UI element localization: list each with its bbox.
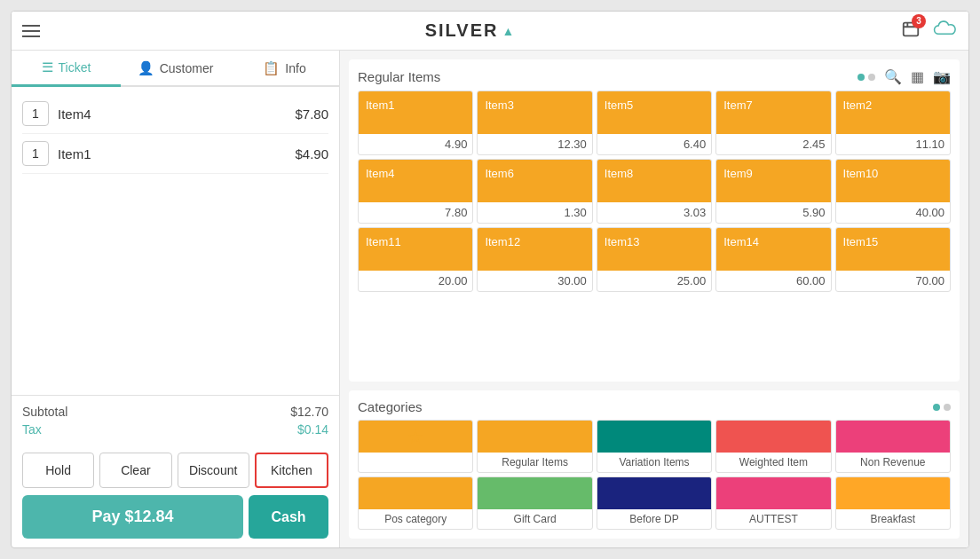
categories-grid: ★ Regular Items Variation Items W — [358, 420, 951, 530]
ticket-row[interactable]: 1 Item4 $7.80 — [22, 94, 328, 134]
cloud-sync-icon[interactable] — [933, 19, 958, 43]
category-card-regular-items[interactable]: Regular Items — [477, 420, 592, 473]
tax-row: Tax $0.14 — [22, 421, 328, 438]
item-card-top: Item12 — [478, 228, 591, 271]
cat-dot-inactive — [944, 404, 951, 411]
category-card-non-revenue[interactable]: Non Revenue — [835, 420, 951, 473]
item-price-2: $4.90 — [295, 146, 328, 161]
category-top — [716, 477, 830, 509]
item-price-1: $7.80 — [295, 106, 328, 122]
ticket-tab-icon: ☰ — [42, 59, 53, 75]
item-price: 5.90 — [716, 202, 830, 223]
item-card[interactable]: Item10 40.00 — [835, 159, 951, 224]
item-price: 70.00 — [836, 271, 950, 291]
item-name: Item13 — [605, 235, 640, 248]
category-card-before-dp[interactable]: Before DP — [597, 476, 712, 530]
pay-button[interactable]: Pay $12.84 — [22, 495, 243, 539]
tab-ticket[interactable]: ☰ Ticket — [12, 51, 121, 87]
tab-customer[interactable]: 👤 Customer — [121, 51, 230, 85]
category-label: Breakfast — [836, 509, 950, 529]
grid-icon[interactable]: ▦ — [911, 68, 924, 85]
notification-badge: 3 — [912, 14, 926, 28]
category-label: Pos category — [359, 509, 472, 529]
regular-items-header: Regular Items 🔍 ▦ 📷 — [358, 68, 951, 85]
item-card[interactable]: Item13 25.00 — [597, 227, 712, 292]
category-label: Gift Card — [478, 509, 591, 529]
hold-button[interactable]: Hold — [22, 453, 94, 488]
item-qty-2[interactable]: 1 — [22, 141, 49, 166]
item-price: 25.00 — [597, 271, 711, 291]
dot-inactive — [868, 74, 875, 81]
category-top — [478, 421, 591, 453]
item-card[interactable]: Item11 20.00 — [358, 227, 473, 292]
regular-items-title: Regular Items — [358, 69, 440, 84]
item-name: Item11 — [366, 235, 401, 248]
category-card-gift-card[interactable]: Gift Card — [477, 476, 592, 530]
item-qty-1[interactable]: 1 — [22, 101, 49, 126]
item-card[interactable]: Item6 1.30 — [477, 159, 592, 224]
item-card-top: Item10 — [836, 160, 950, 202]
item-card-top: Item7 — [716, 91, 830, 134]
categories-pagination-dots — [933, 404, 951, 411]
notification-icon[interactable]: 3 — [901, 20, 921, 43]
category-card-favorites[interactable]: ★ — [358, 420, 473, 473]
item-card-top: Item2 — [836, 91, 950, 134]
item-name: Item6 — [485, 167, 514, 180]
item-price: 12.30 — [478, 134, 591, 154]
category-card-auttest[interactable]: AUTTEST — [715, 476, 831, 530]
tab-info-label: Info — [285, 61, 305, 75]
regular-items-section: Regular Items 🔍 ▦ 📷 Item1 — [349, 59, 960, 382]
item-price: 20.00 — [359, 271, 472, 291]
item-card-top: Item6 — [478, 160, 591, 202]
menu-icon[interactable] — [22, 25, 40, 37]
header-icons: 3 — [901, 19, 958, 43]
tab-customer-label: Customer — [160, 61, 214, 75]
category-card-pos-category[interactable]: Pos category — [358, 476, 473, 530]
action-buttons: Hold Clear Discount Kitchen — [12, 445, 339, 495]
totals-section: Subtotal $12.70 Tax $0.14 — [12, 395, 339, 445]
item-name-2: Item1 — [58, 146, 295, 161]
item-card[interactable]: Item8 3.03 — [597, 159, 712, 224]
camera-icon[interactable]: 📷 — [933, 68, 951, 85]
kitchen-button[interactable]: Kitchen — [255, 453, 328, 488]
item-card[interactable]: Item1 4.90 — [358, 91, 473, 155]
category-top — [836, 421, 950, 453]
item-name: Item3 — [485, 98, 514, 112]
star-icon: ★ — [407, 426, 423, 447]
items-pagination-dots — [858, 74, 875, 81]
ticket-row[interactable]: 1 Item1 $4.90 — [22, 134, 328, 174]
header: SILVER ▲ 3 — [12, 12, 968, 51]
item-card[interactable]: Item9 5.90 — [715, 159, 831, 224]
category-top: ★ — [359, 421, 472, 453]
item-card[interactable]: Item4 7.80 — [358, 159, 473, 224]
tab-info[interactable]: 📋 Info — [230, 51, 339, 85]
category-label: Regular Items — [478, 453, 591, 472]
item-price: 2.45 — [716, 134, 830, 154]
search-icon[interactable]: 🔍 — [884, 68, 902, 85]
category-card-breakfast[interactable]: Breakfast — [835, 476, 951, 530]
item-price: 4.90 — [359, 134, 472, 154]
item-card[interactable]: Item15 70.00 — [835, 227, 951, 292]
cash-button[interactable]: Cash — [249, 495, 328, 539]
item-card[interactable]: Item14 60.00 — [715, 227, 831, 292]
item-name-1: Item4 — [58, 106, 295, 122]
main-content: ☰ Ticket 👤 Customer 📋 Info 1 Item4 $7.80 — [12, 51, 968, 547]
category-card-weighted-item[interactable]: Weighted Item — [715, 420, 831, 473]
item-card-top: Item13 — [597, 228, 711, 271]
item-card[interactable]: Item3 12.30 — [477, 91, 592, 155]
subtotal-row: Subtotal $12.70 — [22, 403, 328, 421]
item-name: Item1 — [366, 98, 395, 112]
categories-section: Categories ★ — [349, 390, 960, 539]
item-card[interactable]: Item12 30.00 — [477, 227, 592, 292]
subtotal-label: Subtotal — [22, 405, 67, 419]
category-card-variation-items[interactable]: Variation Items — [597, 420, 712, 473]
ticket-items-list: 1 Item4 $7.80 1 Item1 $4.90 — [12, 87, 339, 395]
category-label — [359, 453, 472, 460]
item-card[interactable]: Item5 6.40 — [597, 91, 712, 155]
item-card[interactable]: Item7 2.45 — [715, 91, 831, 155]
category-top — [597, 421, 711, 453]
subtotal-value: $12.70 — [290, 405, 328, 419]
clear-button[interactable]: Clear — [99, 453, 171, 488]
item-card[interactable]: Item2 11.10 — [835, 91, 951, 155]
discount-button[interactable]: Discount — [178, 453, 249, 488]
